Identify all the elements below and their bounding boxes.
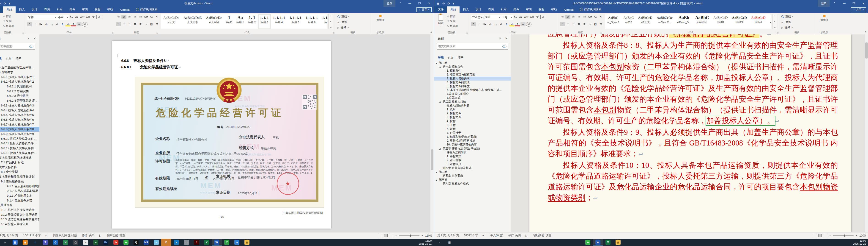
nav-item[interactable]: 评标办法前附表 xyxy=(434,151,511,155)
close-button[interactable]: ✕ xyxy=(424,0,434,7)
shrink-font-icon[interactable]: A▾ xyxy=(74,15,79,19)
nav-item[interactable]: 7. 合同授予 xyxy=(434,131,511,135)
ribbon-tab[interactable]: 帮助 xyxy=(548,6,560,13)
qat-more-icon[interactable]: ▾ xyxy=(9,2,10,5)
dialog-launcher-icon[interactable]: ⇲ xyxy=(466,32,468,34)
app-green-icon[interactable]: + xyxy=(91,239,101,246)
nav-item[interactable]: 6.6.2 投标人资格及条件2 xyxy=(0,79,39,84)
ribbon-tab[interactable]: 开始 xyxy=(447,6,460,13)
align-right-icon[interactable]: ☰ xyxy=(127,22,132,26)
underline-icon[interactable]: U▾ xyxy=(482,22,487,26)
nav-search-input[interactable]: 在文档中搜索 ˅ xyxy=(0,43,35,50)
ribbon-tab[interactable]: 引用 xyxy=(53,6,66,13)
cut-button[interactable]: ✂剪切 xyxy=(3,15,14,18)
style-chip[interactable]: Aa 标题 1 xyxy=(234,14,246,29)
status-segment[interactable]: 修订: 关闭 xyxy=(79,234,97,238)
ribbon-tab[interactable]: 布局 xyxy=(485,6,497,13)
paste-button[interactable]: 粘贴▾ xyxy=(0,14,1,29)
italic-icon[interactable]: I xyxy=(476,22,482,26)
nav-item[interactable]: 5. 投标文件的递交 xyxy=(434,84,511,88)
print-layout-icon[interactable] xyxy=(384,234,388,237)
align-right-icon[interactable]: ☰ xyxy=(571,22,576,26)
style-chip[interactable]: AaBbCcDc ↵无间隔 xyxy=(204,14,224,29)
align-left-icon[interactable]: ☰ xyxy=(560,22,565,26)
ribbon-display-options-icon[interactable]: ⌃ xyxy=(830,0,839,7)
phonetic-guide-icon[interactable]: 文 xyxy=(535,15,540,19)
style-chip[interactable]: AaBbCcDdE 正文文本 xyxy=(181,14,204,29)
spellcheck-icon[interactable]: ✔ xyxy=(43,234,50,238)
nav-item[interactable]: 10.2 亲属经商办企业承诺函 xyxy=(0,212,39,217)
word-icon[interactable]: W xyxy=(212,239,222,246)
justify-icon[interactable]: ≣ xyxy=(577,22,581,26)
text-effects-icon[interactable]: A xyxy=(60,22,65,26)
font-name-combo[interactable]: 方正仿宋_GBK▾ xyxy=(471,15,501,20)
nav-item[interactable]: 8. 纪律和监督(保密要求) xyxy=(434,135,511,139)
phonetic-guide-icon[interactable]: 文 xyxy=(91,15,96,19)
vertical-scrollbar[interactable] xyxy=(430,34,434,233)
acrobat-icon[interactable]: A xyxy=(191,239,202,246)
addins-button[interactable]: 加载项 xyxy=(371,15,390,22)
nav-item[interactable]: 6.6.2.1 代理授权书 xyxy=(0,84,39,89)
nav-item[interactable]: 第五章 供货要求 xyxy=(434,174,511,178)
cut-button[interactable]: ✂剪切 xyxy=(447,15,458,18)
style-chip[interactable]: AaBbCc ↵K&W B... xyxy=(768,14,771,29)
shading-icon[interactable]: ◧ xyxy=(149,22,154,26)
styles-gallery-scroll[interactable]: ▴▾≂ xyxy=(772,14,777,29)
sort-icon[interactable]: A↓ xyxy=(149,15,154,19)
strikethrough-icon[interactable]: ab xyxy=(43,22,49,26)
restore-button[interactable]: ❐ xyxy=(415,0,424,7)
nav-item[interactable]: 6.6.10 投标人资格及条件... xyxy=(0,136,39,141)
chevron-down-icon[interactable]: ∨ xyxy=(27,37,29,40)
nav-item[interactable]: 6.6.2.2 华锦实拍 xyxy=(0,89,39,93)
ribbon-tab[interactable]: 邮件 xyxy=(510,6,523,13)
nav-item[interactable]: 6.6 资格要求 xyxy=(0,70,39,75)
youdao-icon[interactable]: Y xyxy=(222,239,232,246)
underline-icon[interactable]: U▾ xyxy=(38,22,43,26)
nav-item[interactable]: 9.1 售后服务体系 xyxy=(0,179,39,184)
distribute-icon[interactable]: ≣ xyxy=(138,22,143,26)
nav-tab[interactable]: 页面 xyxy=(448,56,454,60)
ribbon-tab[interactable]: 引用 xyxy=(497,6,510,13)
navicat-icon[interactable]: N xyxy=(60,239,70,246)
ribbon-tab[interactable]: 设计 xyxy=(472,6,485,13)
status-segment[interactable]: 修订: 关闭 xyxy=(505,234,523,238)
photoshop-icon[interactable]: Ps xyxy=(101,239,111,246)
style-chip[interactable]: AaBbCcD font01 xyxy=(711,14,730,29)
character-shading-icon[interactable]: A xyxy=(521,22,526,26)
tell-me-search[interactable]: 操作说明搜索 xyxy=(577,6,604,13)
collapse-ribbon-icon[interactable]: ∧ xyxy=(865,30,866,33)
addins-button[interactable]: 加载项 xyxy=(815,15,834,22)
dialog-launcher-icon[interactable]: ⇲ xyxy=(777,32,778,34)
asian-layout-icon[interactable]: A⇄ xyxy=(587,15,592,19)
spellcheck-icon[interactable]: ✔ xyxy=(480,234,487,238)
app-blue-icon[interactable]: ◎ xyxy=(51,239,60,246)
qq-icon[interactable]: Q xyxy=(131,239,141,246)
grow-font-icon[interactable]: A▴ xyxy=(513,15,518,19)
style-chip[interactable]: 1 (A-1) xyxy=(224,14,234,29)
strikethrough-icon[interactable]: ab xyxy=(488,22,493,26)
nav-item[interactable]: 第三卷 xyxy=(434,178,511,182)
highlight-icon[interactable]: ab xyxy=(509,22,515,26)
line-spacing-icon[interactable]: ↕≡ xyxy=(587,22,592,26)
text-effects-icon[interactable]: A xyxy=(504,22,509,26)
font-color-icon[interactable]: A xyxy=(71,22,76,26)
styles-gallery-scroll[interactable]: ▴▾≂ xyxy=(328,14,333,29)
app-ns-icon[interactable]: NS xyxy=(141,239,151,246)
excel-icon[interactable]: X xyxy=(202,239,212,246)
nav-item[interactable]: 6.6.2.4 管理体系认证... xyxy=(0,99,39,103)
style-chip[interactable]: AaBb ↵Deed_S... xyxy=(675,14,693,29)
edge-browser-icon[interactable]: e xyxy=(172,239,181,246)
style-chip[interactable]: AaBbCcDc ↵Char C... xyxy=(655,14,675,29)
font-name-combo[interactable]: 宋体▾ xyxy=(27,15,57,20)
nav-item[interactable]: 7.发布公告的媒介 xyxy=(434,92,511,96)
ribbon-tab[interactable]: 插入 xyxy=(460,6,472,13)
shading-icon[interactable]: ◧ xyxy=(593,22,598,26)
nav-item[interactable]: 9. 重新招标和不再投标 xyxy=(434,139,511,143)
superscript-icon[interactable]: x² xyxy=(55,22,60,26)
bold-icon[interactable]: B xyxy=(27,22,32,26)
character-border-icon[interactable]: A xyxy=(96,15,102,19)
signin-button[interactable]: 登录 xyxy=(818,0,830,7)
enclose-character-icon[interactable]: 字 xyxy=(526,22,531,27)
restore-button[interactable]: ❐ xyxy=(849,0,859,7)
ribbon-tab[interactable]: 帮助 xyxy=(104,6,116,13)
